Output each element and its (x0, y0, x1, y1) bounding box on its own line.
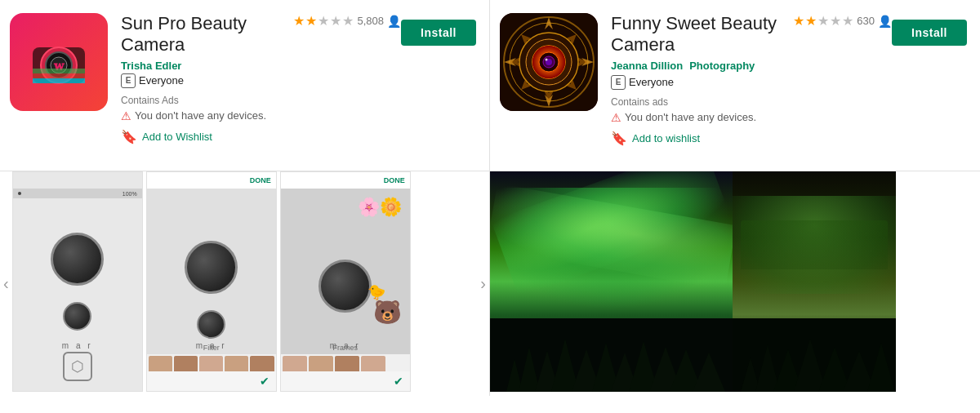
done-text-1: DONE (250, 176, 271, 184)
svg-rect-7 (33, 69, 85, 73)
right-app-title: Funny Sweet Beauty Camera (611, 13, 793, 56)
right-install-button[interactable]: Install (892, 20, 967, 46)
left-age-badge: E Everyone (121, 73, 401, 88)
left-contains-ads: Contains Ads (121, 95, 401, 106)
screenshot-2: DONE m a r Filter ✔ (146, 171, 277, 392)
left-rating-row: ★ ★ ★ ★ ★ 5,808 👤 (293, 13, 401, 29)
right-age-label: Everyone (629, 76, 674, 88)
status-bar-1: 100% (13, 189, 142, 198)
check-icon-1: ✔ (260, 375, 270, 388)
right-wishlist-text[interactable]: Add to wishlist (632, 132, 700, 144)
right-wishlist-row[interactable]: 🔖 Add to wishlist (611, 131, 892, 146)
frames-label: Frames (332, 344, 358, 352)
camera-lens-2 (185, 241, 238, 294)
left-screenshots-section: ‹ 100% m a r ⬡ (0, 171, 489, 396)
left-warning-row: ⚠ You don't have any devices. (121, 109, 401, 122)
left-wishlist-row[interactable]: 🔖 Add to Wishlist (121, 129, 401, 144)
flowers-sticker: 🌸🌼 (358, 197, 402, 218)
right-install-col: Install (892, 13, 970, 46)
camera-lens-main (51, 233, 104, 286)
svg-rect-5 (33, 78, 85, 83)
done-bar-2: DONE (281, 172, 410, 189)
warning-icon-right: ⚠ (611, 111, 621, 124)
person-icon-right: 👤 (878, 15, 892, 28)
right-star-1: ★ (793, 13, 804, 29)
right-warning-text: You don't have any devices. (625, 111, 756, 123)
right-star-2: ★ (805, 13, 817, 29)
camera-lens-3 (318, 260, 372, 313)
right-age-badge: E Everyone (611, 75, 892, 90)
left-rating-count: 5,808 (357, 15, 384, 27)
aurora-screenshot-1 (490, 171, 733, 392)
camera-watermark: m a r (62, 341, 93, 350)
right-rating-row: ★ ★ ★ ★ ★ 630 👤 (793, 13, 892, 29)
left-app-icon: 𝕨 (10, 13, 108, 111)
right-app-panel: Funny Sweet Beauty Camera Jeanna Dillion… (490, 0, 980, 396)
star-1: ★ (293, 13, 305, 29)
left-warning-text: You don't have any devices. (135, 109, 266, 122)
right-stars: ★ ★ ★ ★ ★ (793, 13, 853, 29)
left-age-label: Everyone (139, 74, 184, 87)
right-star-4: ★ (830, 13, 841, 29)
wishlist-icon-left: 🔖 (121, 129, 137, 144)
left-app-info: 𝕨 Sun Pro Beauty Camera Trisha Edler (0, 0, 489, 171)
check-bar-1: ✔ (147, 371, 276, 391)
aurora-screenshot-2 (733, 171, 896, 392)
left-app-details: Sun Pro Beauty Camera Trisha Edler ★ ★ ★… (121, 13, 401, 144)
left-screenshots-strip: 100% m a r ⬡ DONE m a r (12, 171, 478, 396)
filter-label: Filter (203, 344, 220, 352)
camera-lens-small-2 (197, 310, 225, 339)
person-icon-left: 👤 (387, 15, 401, 28)
wishlist-icon-right: 🔖 (611, 131, 627, 146)
left-app-title: Sun Pro Beauty Camera (121, 13, 293, 56)
right-warning-row: ⚠ You don't have any devices. (611, 111, 892, 124)
screenshot-1: 100% m a r ⬡ (12, 171, 143, 392)
right-star-5: ★ (842, 13, 853, 29)
right-app-details: Funny Sweet Beauty Camera Jeanna Dillion… (611, 13, 892, 146)
screenshot-prev-arrow[interactable]: ‹ (0, 171, 12, 396)
left-app-panel: 𝕨 Sun Pro Beauty Camera Trisha Edler (0, 0, 490, 396)
camera-lens-small (63, 302, 91, 331)
done-text-2: DONE (384, 176, 405, 184)
screenshot-3: DONE 🌸🌼 m a r 🐤 🐻 Frames ✔ (280, 171, 411, 392)
right-app-author[interactable]: Jeanna Dillion (611, 60, 683, 72)
svg-point-19 (546, 59, 548, 61)
age-e-icon-right: E (611, 75, 626, 90)
screenshot-next-arrow[interactable]: › (477, 171, 489, 396)
left-app-author[interactable]: Trisha Edler (121, 60, 293, 72)
svg-rect-6 (33, 73, 85, 78)
main-container: 𝕨 Sun Pro Beauty Camera Trisha Edler (0, 0, 980, 396)
left-wishlist-text[interactable]: Add to Wishlist (142, 131, 212, 143)
star-5: ★ (342, 13, 354, 29)
star-4: ★ (330, 13, 341, 29)
left-install-col: Install (401, 13, 479, 46)
right-screenshots-section (490, 171, 980, 396)
right-app-category[interactable]: Photography (689, 60, 755, 72)
camera-shutter-icon: ⬡ (63, 352, 92, 381)
check-bar-2: ✔ (281, 371, 410, 391)
right-rating-count: 630 (857, 15, 875, 27)
bear-sticker: 🐻 (373, 299, 402, 326)
left-install-button[interactable]: Install (401, 20, 476, 46)
warning-icon-left: ⚠ (121, 109, 131, 122)
star-3: ★ (318, 13, 329, 29)
check-icon-2: ✔ (394, 375, 403, 388)
star-2: ★ (305, 13, 317, 29)
right-star-3: ★ (817, 13, 829, 29)
done-bar-1: DONE (147, 172, 276, 189)
right-app-info: Funny Sweet Beauty Camera Jeanna Dillion… (490, 0, 980, 171)
left-stars: ★ ★ ★ ★ ★ (293, 13, 354, 29)
age-e-icon-left: E (121, 73, 136, 88)
right-contains-ads: Contains ads (611, 96, 892, 108)
right-app-icon (500, 13, 598, 111)
